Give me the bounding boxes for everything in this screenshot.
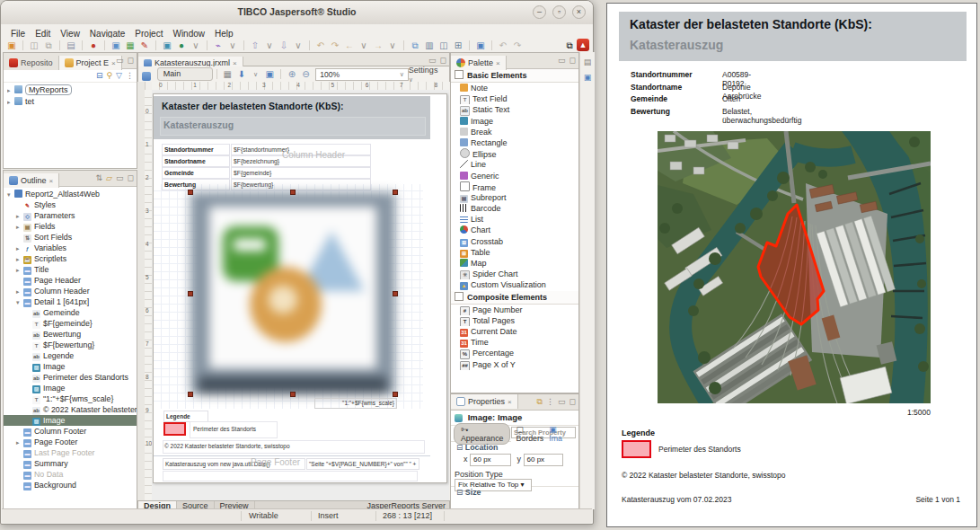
canvas-footer-right[interactable]: "Seite "+$V{PAGE_NUMBER}+" von"" " +: [306, 458, 419, 470]
selection-handle[interactable]: [393, 291, 398, 296]
maximize-icon[interactable]: ◻: [440, 55, 446, 66]
back-icon[interactable]: ←: [343, 40, 356, 51]
canvas-legend-swatch[interactable]: [163, 422, 186, 436]
palette-item-barcode[interactable]: Barcode: [451, 203, 578, 214]
outline-item[interactable]: ▸☕Scriptlets: [4, 253, 137, 264]
report-wizard-icon[interactable]: ▣: [110, 40, 122, 51]
palette-item-current-date[interactable]: 31Current Date: [451, 326, 578, 337]
outline-item[interactable]: ▸◇Parameters: [4, 210, 137, 221]
maximize-icon[interactable]: ◻: [569, 396, 576, 407]
dropdown-icon[interactable]: ∨: [386, 40, 399, 51]
canvas-field-label[interactable]: Standortname: [162, 155, 230, 167]
outline-item[interactable]: ▬Column Footer: [4, 426, 137, 437]
expand-arrow-icon[interactable]: ▸: [7, 96, 14, 108]
minimize-icon[interactable]: ▭: [428, 55, 437, 66]
grid-icon[interactable]: ▦: [222, 68, 234, 80]
zoom-out-icon[interactable]: ⊖: [300, 68, 313, 80]
canvas-title-band[interactable]: Kataster der belasteten Standorte (KbS):…: [154, 96, 430, 139]
palette-item-custom-visualization[interactable]: ▲Custom Visualization: [451, 279, 578, 290]
tab-borders[interactable]: ▢ Borders: [516, 425, 543, 443]
tab-properties[interactable]: Properties×: [451, 394, 518, 409]
palette-item-percentage[interactable]: %Percentage: [451, 348, 578, 358]
save-icon[interactable]: ◫: [28, 40, 40, 51]
export-icon[interactable]: ⬇: [235, 68, 248, 80]
maximize-icon[interactable]: ◻: [569, 55, 576, 66]
outline-item[interactable]: ▬Background: [4, 480, 137, 490]
redo-icon[interactable]: ↷: [329, 40, 341, 51]
expand-arrow-icon[interactable]: ▾: [7, 190, 14, 199]
selection-handle[interactable]: [188, 190, 193, 195]
outline-item[interactable]: abGemeinde: [4, 307, 137, 318]
outline-item[interactable]: ▨Image: [4, 415, 137, 426]
settings-dropdown[interactable]: Settings ∨: [409, 66, 444, 84]
new-window-icon[interactable]: ⧉: [409, 40, 421, 51]
expand-arrow-icon[interactable]: ▸: [16, 211, 23, 221]
outline-item[interactable]: ▾Report2_Altlast4Web: [4, 189, 137, 199]
outline-item[interactable]: T$F{gemeinde}: [4, 318, 137, 329]
palette-item-generic[interactable]: Generic: [451, 171, 578, 181]
dropdown-icon[interactable]: ∨: [263, 40, 276, 51]
report-page[interactable]: Kataster der belasteten Standorte (KbS):…: [153, 93, 447, 483]
outline-item[interactable]: ab© 2022 Kataster belasteter Sta: [4, 404, 137, 415]
canvas-legend-label[interactable]: Perimeter des Standorts: [193, 426, 256, 432]
minimize-icon[interactable]: ▭: [558, 396, 566, 407]
image-icon[interactable]: ▣: [161, 40, 173, 51]
layout-icon[interactable]: ▱: [106, 172, 112, 183]
close-icon[interactable]: ×: [49, 177, 54, 185]
palette-item-subreport[interactable]: ▤Subreport: [451, 192, 578, 203]
tree-item-myreports[interactable]: ▸MyReports: [7, 84, 137, 96]
outline-item[interactable]: ▬Summary: [4, 458, 137, 469]
expand-arrow-icon[interactable]: ▸: [16, 265, 23, 275]
outline-item[interactable]: ▸ƒVariables: [4, 243, 137, 253]
link-forward-icon[interactable]: ↷: [511, 40, 524, 51]
query-icon[interactable]: ●: [175, 40, 188, 51]
palette-item-image[interactable]: Image: [451, 116, 578, 127]
location-section-header[interactable]: ⊟ Location: [451, 442, 578, 454]
palette-item-table[interactable]: ⊞Table: [451, 247, 578, 258]
minimize-button[interactable]: –: [533, 5, 546, 19]
palette-item-note[interactable]: Note: [451, 83, 578, 93]
zoom-in-icon[interactable]: ⊕: [286, 68, 298, 80]
palette-item-line[interactable]: Line: [451, 159, 578, 170]
canvas-field-label[interactable]: Standortnummer: [162, 144, 230, 155]
expand-arrow-icon[interactable]: ▸: [16, 243, 23, 253]
selection-handle[interactable]: [188, 392, 193, 397]
zoom-level-combo[interactable]: 100%∨: [315, 68, 409, 81]
new-report-icon[interactable]: ▣: [5, 40, 18, 51]
tile-vertical-icon[interactable]: ◫: [437, 40, 450, 51]
maximize-icon[interactable]: ◻: [128, 55, 134, 66]
canvas-subtitle-box[interactable]: Katasterauszug: [160, 117, 426, 136]
palette-item-list[interactable]: List: [451, 214, 578, 225]
palette-item-break[interactable]: Break: [451, 127, 578, 137]
outline-item[interactable]: ▸▬Title: [4, 264, 137, 275]
outline-item[interactable]: T"1:"+$F{wms_scale}: [4, 393, 137, 404]
expand-arrow-icon[interactable]: ▸: [16, 254, 23, 264]
palette-item-chart[interactable]: Chart: [451, 225, 578, 235]
outline-item[interactable]: ⇅Sort Fields: [4, 232, 137, 243]
canvas-title[interactable]: Kataster der belasteten Standorte (KbS):: [162, 101, 343, 111]
outline-item[interactable]: ▸▤Fields: [4, 221, 137, 232]
expand-arrow-icon[interactable]: ▸: [7, 84, 14, 96]
perspective-icon[interactable]: ⧉: [563, 40, 576, 51]
x-input[interactable]: 60 px: [470, 454, 511, 466]
palette-section-header[interactable]: Basic Elements: [451, 69, 578, 83]
collapse-all-icon[interactable]: ⊟: [96, 70, 103, 81]
new-view-icon[interactable]: ⧉: [537, 396, 543, 407]
outline-item[interactable]: ▬Page Header: [4, 275, 137, 286]
minimize-icon[interactable]: ▭: [116, 172, 124, 183]
y-input[interactable]: 60 px: [524, 454, 563, 466]
outline-item[interactable]: ▨Image: [4, 383, 137, 393]
chevron-down-icon[interactable]: ∨: [250, 68, 262, 80]
tab-image[interactable]: ▣ Ima: [549, 425, 562, 443]
selection-handle[interactable]: [393, 190, 398, 195]
canvas-field-label[interactable]: Bewertung: [162, 179, 230, 190]
filter-icon[interactable]: ▽: [116, 70, 122, 81]
palette-item-ellipse[interactable]: Ellipse: [451, 148, 578, 159]
outline-item[interactable]: ▨Image: [4, 361, 137, 372]
expand-arrow-icon[interactable]: ▾: [16, 297, 23, 307]
dataset-icon[interactable]: ▦: [124, 40, 137, 51]
expand-arrow-icon[interactable]: ▸: [16, 287, 23, 296]
selected-image-element[interactable]: [190, 192, 395, 394]
report-icon[interactable]: ▣: [474, 40, 487, 51]
maximize-icon[interactable]: ◻: [128, 172, 134, 183]
